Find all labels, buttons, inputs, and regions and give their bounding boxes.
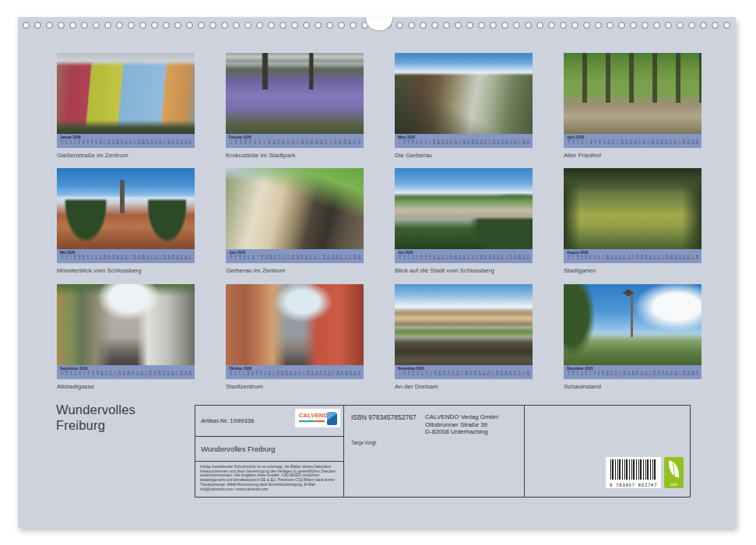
author-name: Tanja Voigt <box>351 440 376 445</box>
publisher-line: Ottobrunner Straße 39 <box>425 421 498 429</box>
calendar-title: Wundervolles Freiburg <box>201 445 275 453</box>
legal-text-cell: Infolge bestehender Schutzrechte ist es … <box>195 462 343 497</box>
calendar-day: D31 <box>526 140 530 146</box>
article-number: Artikel-Nr. 1999336 <box>201 417 254 424</box>
imprint-left-column: Artikel-Nr. 1999336 CALVENDO Wundervolle… <box>195 406 344 497</box>
publisher-address: CALVENDO Verlag GmbH Ottobrunner Straße … <box>425 413 498 436</box>
month-caption: An der Dreisam <box>395 383 533 390</box>
thumbnails-grid: Januar 2026 D1F2S3S4M5D6M7D8F9S10S11M12D… <box>57 53 733 400</box>
month-photo <box>395 168 533 249</box>
imprint-right-column: 9 783457 852767 eco <box>525 406 690 497</box>
page-title-line1: Wundervolles <box>56 402 135 417</box>
month-calendar-strip: Januar 2026 D1F2S3S4M5D6M7D8F9S10S11M12D… <box>57 134 195 148</box>
calendar-title-cell: Wundervolles Freiburg <box>195 437 343 462</box>
month-card: Januar 2026 D1F2S3S4M5D6M7D8F9S10S11M12D… <box>57 53 195 159</box>
month-strip-days: D1M2D3F4S5S6M7D8M9D10F11S12S13M14D15M16D… <box>60 371 192 378</box>
month-strip-days: S1M2D3M4D5F6S7S8M9D10M11D12F13S14S15M16D… <box>398 140 530 146</box>
month-strip-days: D1F2S3S4M5D6M7D8F9S10S11M12D13M14D15F16S… <box>229 371 361 378</box>
month-card: November 2026 S1M2D3M4D5F6S7S8M9D10M11D1… <box>395 284 533 390</box>
month-card: April 2026 M1D2F3S4S5M6D7M8D9F10S11S12M1… <box>564 53 701 159</box>
month-card: Oktober 2026 D1F2S3S4M5D6M7D8F9S10S11M12… <box>226 284 364 390</box>
month-photo <box>57 168 195 249</box>
imprint-table: Artikel-Nr. 1999336 CALVENDO Wundervolle… <box>195 405 691 498</box>
month-strip-days: D1F2S3S4M5D6M7D8F9S10S11M12D13M14D15F16S… <box>60 140 192 146</box>
month-strip-days: M1D2F3S4S5M6D7M8D9F10S11S12M13D14M15D16F… <box>398 255 530 262</box>
month-photo <box>226 168 364 249</box>
month-card: Juli 2026 M1D2F3S4S5M6D7M8D9F10S11S12M13… <box>395 168 533 274</box>
month-card: Mai 2026 F1S2S3M4D5M6D7F8S9S10M11D12M13D… <box>57 168 195 274</box>
calendar-day: D30 <box>694 140 699 146</box>
calvendo-logo: CALVENDO <box>295 409 340 427</box>
month-caption: Münsterblick vom Schlossberg <box>57 267 195 274</box>
month-calendar-strip: Juni 2026 M1D2M3D4F5S6S7M8D9M10D11F12S13… <box>226 249 364 263</box>
month-caption: Alter Friedhof <box>564 152 701 159</box>
month-card: Dezember 2026 D1M2D3F4S5S6M7D8M9D10F11S1… <box>564 284 701 390</box>
calendar-day: S31 <box>357 371 361 378</box>
leaf-icon <box>667 460 680 477</box>
month-strip-days: F1S2S3M4D5M6D7F8S9S10M11D12M13D14F15S16S… <box>60 255 192 262</box>
month-caption: Krokusblüte im Stadtpark <box>226 152 364 159</box>
month-calendar-strip: Juli 2026 M1D2F3S4S5M6D7M8D9F10S11S12M13… <box>395 249 533 263</box>
month-calendar-strip: März 2026 S1M2D3M4D5F6S7S8M9D10M11D12F13… <box>395 134 533 148</box>
month-caption: Altstadtgasse <box>57 383 195 390</box>
calendar-day: S31 <box>188 255 192 262</box>
month-strip-days: S1S2M3D4M5D6F7S8S9M10D11M12D13F14S15S16M… <box>567 255 699 262</box>
month-card: September 2026 D1M2D3F4S5S6M7D8M9D10F11S… <box>57 284 195 390</box>
barcode-digits: 9 783457 852767 <box>606 483 661 487</box>
month-calendar-strip: Dezember 2026 D1M2D3F4S5S6M7D8M9D10F11S1… <box>564 365 701 379</box>
legal-text: Infolge bestehender Schutzrechte ist es … <box>200 465 336 491</box>
page-title-line2: Freiburg <box>56 417 135 433</box>
calendar-day: M30 <box>188 371 192 378</box>
calendar-day: D31 <box>695 371 699 378</box>
calendar-day: M31 <box>695 255 699 262</box>
month-caption: Blick auf die Stadt vom Schlossberg <box>395 267 533 274</box>
month-photo <box>564 168 701 249</box>
month-strip-days: S1M2D3M4D5F6S7S8M9D10M11D12F13S14S15M16D… <box>229 140 361 146</box>
calendar-day: D30 <box>357 255 361 262</box>
calendar-day: S28 <box>357 140 361 146</box>
calendar-day: F31 <box>526 255 530 262</box>
month-photo <box>226 53 364 134</box>
month-card: Februar 2026 S1M2D3M4D5F6S7S8M9D10M11D12… <box>226 53 364 159</box>
month-calendar-strip: Oktober 2026 D1F2S3S4M5D6M7D8F9S10S11M12… <box>226 365 364 379</box>
isbn-text: ISBN 9783457852767 <box>351 413 417 421</box>
eco-logo: eco <box>664 457 684 488</box>
month-card: Juni 2026 M1D2M3D4F5S6S7M8D9M10D11F12S13… <box>226 168 364 274</box>
month-photo <box>395 53 533 134</box>
month-photo <box>564 284 701 365</box>
month-calendar-strip: Mai 2026 F1S2S3M4D5M6D7F8S9S10M11D12M13D… <box>57 249 195 263</box>
month-strip-days: S1M2D3M4D5F6S7S8M9D10M11D12F13S14S15M16D… <box>398 371 530 378</box>
month-strip-days: D1M2D3F4S5S6M7D8M9D10F11S12S13M14D15M16D… <box>567 371 699 378</box>
isbn-barcode: 9 783457 852767 <box>606 457 661 488</box>
publisher-line: D-82008 Unterhaching <box>425 428 498 436</box>
month-photo <box>57 53 195 134</box>
month-photo <box>564 53 701 134</box>
month-caption: Stadtgarten <box>564 267 701 274</box>
eco-label: eco <box>664 482 684 487</box>
month-calendar-strip: Februar 2026 S1M2D3M4D5F6S7S8M9D10M11D12… <box>226 134 364 148</box>
month-caption: Gießenstraße im Zentrum <box>57 152 195 159</box>
calendar-back-page: Januar 2026 D1F2S3S4M5D6M7D8F9S10S11M12D… <box>18 17 736 528</box>
month-caption: Schauinsland <box>564 383 701 390</box>
month-calendar-strip: September 2026 D1M2D3F4S5S6M7D8M9D10F11S… <box>57 365 195 379</box>
month-photo <box>395 284 533 365</box>
imprint-middle-column: ISBN 9783457852767 CALVENDO Verlag GmbH … <box>344 406 525 497</box>
month-card: August 2026 S1S2M3D4M5D6F7S8S9M10D11M12D… <box>564 168 701 274</box>
month-caption: Gerberau im Zentrum <box>226 267 364 274</box>
barcode-bars <box>610 459 656 480</box>
calendar-day: M30 <box>526 371 530 378</box>
month-caption: Die Gerberau <box>395 152 533 159</box>
month-caption: Stadtzentrum <box>226 383 364 390</box>
month-calendar-strip: November 2026 S1M2D3M4D5F6S7S8M9D10M11D1… <box>395 365 533 379</box>
month-strip-days: M1D2M3D4F5S6S7M8D9M10D11F12S13S14M15D16M… <box>229 255 361 262</box>
month-strip-days: M1D2F3S4S5M6D7M8D9F10S11S12M13D14M15D16F… <box>567 140 699 146</box>
month-calendar-strip: April 2026 M1D2F3S4S5M6D7M8D9F10S11S12M1… <box>564 134 701 148</box>
calvendo-tagline-bar <box>299 420 325 423</box>
calvendo-calendar-icon <box>327 412 337 425</box>
month-card: März 2026 S1M2D3M4D5F6S7S8M9D10M11D12F13… <box>395 53 533 159</box>
month-photo <box>57 284 195 365</box>
page-title: Wundervolles Freiburg <box>56 402 135 433</box>
month-photo <box>226 284 364 365</box>
publisher-line: CALVENDO Verlag GmbH <box>425 413 498 421</box>
calendar-day: S31 <box>188 140 192 146</box>
